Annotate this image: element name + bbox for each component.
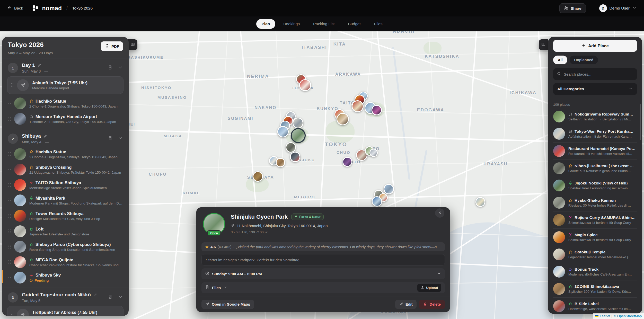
map-marker[interactable]	[384, 184, 394, 194]
drag-handle[interactable]	[11, 83, 14, 87]
delete-button[interactable]: Delete	[419, 300, 445, 309]
map-marker[interactable]	[369, 149, 378, 157]
osm-link[interactable]: © OpenStreetMap	[614, 314, 642, 318]
review-excerpt: „Visited the park and was amazed by the …	[236, 245, 441, 249]
day-header[interactable]: 1Day 1Sun, May 3—	[7, 60, 123, 76]
nomad-logo[interactable]: nomad	[32, 4, 62, 12]
collapse-right-panel-button[interactable]	[539, 39, 548, 50]
files-row[interactable]: Files Upload	[201, 282, 445, 293]
place-photo	[553, 231, 565, 243]
drag-handle[interactable]	[8, 275, 11, 280]
map-district-label: CHOFU	[149, 172, 166, 177]
itinerary-item[interactable]: LoftJapanischer Lifestyle- und Designsto…	[7, 224, 123, 239]
place-photo	[14, 148, 26, 160]
tab-bookings[interactable]: Bookings	[278, 19, 305, 29]
category-filter-dropdown[interactable]: All Categories	[553, 83, 637, 95]
map-marker[interactable]	[277, 126, 289, 137]
itinerary-item[interactable]: Shibuya Parco (Cyberspace Shibuya)Retro-…	[7, 239, 123, 254]
map-attribution: Leaflet | © OpenStreetMap	[593, 313, 644, 319]
day-notes-icon	[108, 65, 113, 71]
ukraine-flag-icon	[595, 315, 598, 317]
search-input[interactable]	[564, 72, 633, 76]
note-input[interactable]	[201, 254, 445, 265]
map-marker[interactable]	[299, 79, 311, 91]
scrollbar-thumb[interactable]	[640, 104, 641, 140]
open-google-maps-button[interactable]: Open in Google Maps	[201, 300, 254, 309]
close-button[interactable]	[435, 208, 444, 218]
map-marker[interactable]	[372, 196, 382, 207]
day-header[interactable]: 3Guided Tagestour nach NikkōTue, May 5—	[7, 290, 123, 305]
map-marker[interactable]	[352, 100, 364, 112]
opening-hours-row[interactable]: Sunday: 9:00 AM – 6:00 PM	[201, 268, 445, 279]
itinerary-item[interactable]: Tower Records ShibuyaRiesiger Musikladen…	[7, 208, 123, 223]
itinerary-item[interactable]: Miyashita ParkModerner Park mit Shops, F…	[7, 193, 123, 208]
edit-label: Edit	[405, 302, 412, 306]
place-list-item[interactable]: Restaurant Harunatei (Kanaya Po…Restaura…	[553, 142, 637, 160]
place-list-item[interactable]: 3COINS ShimokitazawaStylischer 300-Yen-L…	[553, 280, 637, 297]
place-list-item[interactable]: Jigoku Nozoki (View of Hell)Spektakuläre…	[553, 177, 637, 194]
drag-handle[interactable]	[8, 167, 11, 172]
itinerary-item[interactable]: Shibuya SkyPending	[7, 270, 123, 285]
map-marker-selected[interactable]	[291, 128, 306, 143]
add-place-button[interactable]: Add Place	[553, 40, 637, 52]
itinerary-item[interactable]: Ankunft in Tokyo (7:55 Uhr)Mercure Haned…	[7, 76, 123, 94]
itinerary-item[interactable]: Shibuya Crossing21 Udagawacho, Shibuya, …	[7, 162, 123, 177]
itinerary-item[interactable]: Treffpunkt für Abreise (7:55 Uhr)Bus Ter…	[7, 306, 123, 316]
map-marker[interactable]	[342, 157, 352, 167]
drag-handle[interactable]	[8, 117, 11, 121]
place-list-item[interactable]: Gōtokuji TempleLegendärer Tempel voller …	[553, 246, 637, 263]
back-button[interactable]: Back	[7, 5, 23, 11]
place-list-item[interactable]: Rojiura Curry SAMURAI. Shim…Shimokitazaw…	[553, 211, 637, 228]
map-marker[interactable]	[286, 142, 296, 153]
edit-button[interactable]: Edit	[395, 300, 417, 309]
map-marker[interactable]	[290, 152, 300, 162]
map-marker[interactable]	[293, 118, 303, 128]
drag-handle[interactable]	[8, 260, 11, 264]
filter-pill-all[interactable]: All	[553, 56, 567, 64]
share-button[interactable]: Share	[559, 3, 586, 13]
place-list-item[interactable]: Bonus TrackModernes, dörfliches Café-Are…	[553, 263, 637, 280]
day-notes-icon	[108, 136, 113, 142]
itinerary-item[interactable]: MEGA Don QuijoteChaotischer 24h-Discount…	[7, 255, 123, 270]
drag-handle[interactable]	[8, 152, 11, 156]
map-marker[interactable]	[337, 113, 349, 125]
leaflet-link[interactable]: Leaflet	[600, 314, 610, 318]
place-list-item[interactable]: Nihon-ji Daibutsu (The Great …Größte aus…	[553, 160, 637, 177]
drag-handle[interactable]	[8, 183, 11, 187]
place-list-item[interactable]: Magic SpiceShimokitazawa ist berühmt für…	[553, 228, 637, 246]
chevron-down-icon[interactable]	[118, 294, 123, 300]
drag-handle[interactable]	[11, 312, 14, 316]
export-pdf-button[interactable]: PDF	[101, 41, 123, 51]
itinerary-item[interactable]: Hachiko Statue2 Chome-1 Dogenzaka, Shibu…	[7, 147, 123, 162]
place-list-item[interactable]: Nokogiriyama Ropeway Sum…Seilbahn: Talst…	[553, 108, 637, 125]
drag-handle[interactable]	[8, 214, 11, 218]
day-header[interactable]: 2ShibuyaMon, May 4—	[7, 131, 123, 147]
itinerary-item[interactable]: Mercure Tokyo Haneda Airport1-chōme-2-11…	[7, 111, 123, 126]
map-marker[interactable]	[276, 158, 285, 167]
chevron-down-icon[interactable]	[118, 65, 123, 71]
drag-handle[interactable]	[8, 229, 11, 234]
itinerary-item[interactable]: TAITO Station ShibuyaMehrstöckige Arcade…	[7, 178, 123, 192]
map-marker[interactable]	[475, 197, 485, 207]
drag-handle[interactable]	[8, 101, 11, 106]
place-photo	[14, 256, 26, 268]
rating-review-bar[interactable]: ★ 4.6 (43.462) · „Visited the park and w…	[201, 242, 445, 251]
drag-handle[interactable]	[8, 244, 11, 249]
place-subtitle: Legendärer Tempel voller Maneki-neko (…	[568, 255, 631, 259]
tab-budget[interactable]: Budget	[343, 19, 366, 29]
place-list-item[interactable]: Hyaku-Shaku KannonRiesiges, 30 Meter hoh…	[553, 194, 637, 211]
place-list-item[interactable]: Tokyo-Wan Ferry Port Kuriha…Abfahrtsstat…	[553, 125, 637, 142]
tab-packing-list[interactable]: Packing List	[308, 19, 340, 29]
user-menu[interactable]: D Demo User	[599, 4, 637, 12]
upload-button[interactable]: Upload	[417, 284, 441, 292]
place-list-item[interactable]: B-Side LabelHochwertige, wasserfeste Sti…	[553, 297, 637, 314]
collapse-left-panel-button[interactable]	[128, 39, 137, 50]
filter-pill-unplanned[interactable]: Unplanned	[570, 56, 598, 64]
tab-files[interactable]: Files	[369, 19, 388, 29]
tab-plan[interactable]: Plan	[256, 19, 276, 29]
map-marker[interactable]	[253, 171, 263, 182]
chevron-down-icon[interactable]	[118, 136, 123, 142]
map-marker[interactable]	[372, 105, 382, 115]
itinerary-item[interactable]: Hachiko Statue2 Chome-1 Dogenzaka, Shibu…	[7, 96, 123, 111]
drag-handle[interactable]	[8, 198, 11, 203]
